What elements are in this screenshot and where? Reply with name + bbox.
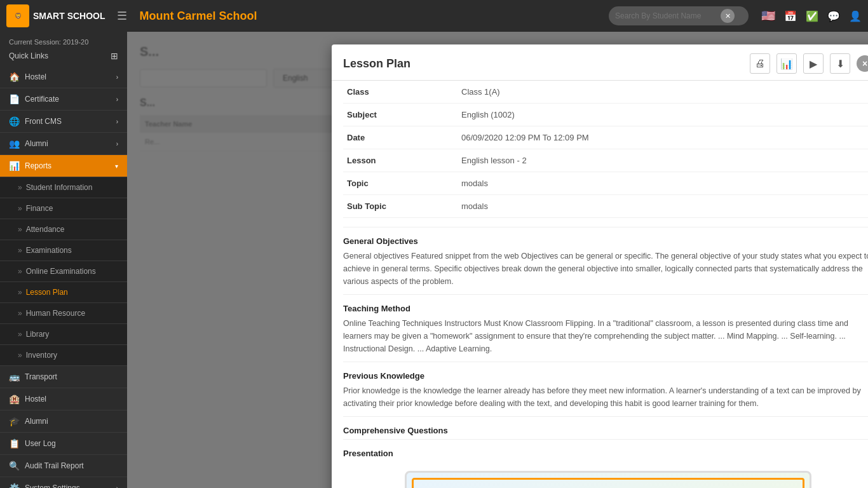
field-date: Date 06/09/2020 12:09 PM To 12:09 PM [343,126,868,149]
field-value-class: Class 1(A) [458,81,868,104]
sidebar-item-examinations[interactable]: Examinations [0,240,127,261]
field-topic: Topic modals [343,172,868,195]
modal-close-btn[interactable]: × [857,55,868,72]
section-title-previous: Previous Knowledge [343,371,868,381]
sidebar-sub-label: Inventory [26,351,57,360]
section-text-previous: Prior knowledge is the knowledge the lea… [343,384,868,410]
whatsapp-icon[interactable]: 💬 [827,10,840,22]
section-text-objectives: General objectives Featured snippet from… [343,250,868,288]
modal-title: Lesson Plan [343,57,410,71]
field-subject: Subject English (1002) [343,104,868,126]
sidebar-item-label: Hostel [25,395,46,403]
calendar-icon[interactable]: 📅 [784,10,797,22]
field-value-lesson: English lesson - 2 [458,149,868,172]
reports-icon: 📊 [9,161,20,171]
field-class: Class Class 1(A) [343,81,868,104]
sidebar-item-student-information[interactable]: Student Information [0,177,127,198]
field-value-topic: modals [458,172,868,195]
sidebar: Current Session: 2019-20 Quick Links ⊞ 🏠… [0,32,127,488]
sidebar-item-label: Audit Trail Report [25,461,84,470]
sidebar-sub-label: Finance [26,204,53,213]
hostel-icon: 🏠 [9,72,20,82]
download-btn[interactable]: ⬇ [830,53,850,74]
sidebar-item-label: System Settings [25,484,80,488]
sidebar-item-attendance[interactable]: Attendance [0,219,127,240]
divider-4 [343,416,868,417]
sidebar-item-hostel2[interactable]: 🏨 Hostel [0,388,127,410]
sidebar-item-label: Transport [25,372,57,381]
sidebar-item-label: Alumni [25,417,48,426]
sidebar-item-online-examinations[interactable]: Online Examinations [0,261,127,282]
search-submit-btn[interactable]: ✕ [721,9,735,23]
brand-logo: 🦁 [6,4,29,27]
sidebar-item-library[interactable]: Library [0,324,127,345]
sidebar-item-hostel[interactable]: 🏠 Hostel › [0,66,127,88]
sidebar-item-transport[interactable]: 🚌 Transport [0,366,127,388]
chevron-icon: › [116,96,118,103]
search-input[interactable] [615,11,717,20]
navbar: 🦁 SMART SCHOOL ☰ Mount Carmel School ✕ 🇺… [0,0,868,32]
section-text-teaching: Online Teaching Techniques Instructors M… [343,317,868,355]
chevron-down-icon: ▾ [115,163,118,170]
sidebar-item-label: User Log [25,439,56,448]
tasks-icon[interactable]: ✅ [806,10,818,22]
sidebar-item-label: Reports [25,161,51,170]
banner-frame [412,478,804,488]
navbar-icons: 🇺🇸 📅 ✅ 💬 👤 [761,9,862,23]
field-value-subtopic: modals [458,195,868,218]
print-btn[interactable]: 🖨 [750,53,770,74]
cms-icon: 🌐 [9,116,20,126]
sidebar-item-human-resource[interactable]: Human Resource [0,303,127,324]
field-label-subject: Subject [343,104,458,126]
sidebar-sub-label: Human Resource [26,309,85,318]
brand: 🦁 SMART SCHOOL [6,4,105,27]
sidebar-item-certificate[interactable]: 📄 Certificate › [0,88,127,111]
chevron-icon: › [116,140,118,147]
sidebar-item-alumni[interactable]: 👥 Alumni › [0,133,127,155]
sidebar-sub-label: Online Examinations [26,267,96,276]
brand-name: SMART SCHOOL [33,11,105,21]
sidebar-item-alumni2[interactable]: 🎓 Alumni [0,410,127,433]
hamburger-icon[interactable]: ☰ [117,9,127,23]
alumni2-icon: 🎓 [9,416,20,426]
field-label-class: Class [343,81,458,104]
quick-links-label: Quick Links [9,51,48,60]
school-title: Mount Carmel School [140,10,602,23]
sidebar-item-audit-trail[interactable]: 🔍 Audit Trail Report [0,455,127,477]
modal-body: Class Class 1(A) Subject English (1002) … [332,81,868,488]
field-label-lesson: Lesson [343,149,458,172]
session-label: Current Session: 2019-20 [0,32,127,48]
grid-icon[interactable]: ⊞ [111,51,118,61]
detail-table: Class Class 1(A) Subject English (1002) … [343,81,868,218]
field-label-date: Date [343,126,458,149]
field-value-subject: English (1002) [458,104,868,126]
sidebar-item-finance[interactable]: Finance [0,198,127,219]
sidebar-item-user-log[interactable]: 📋 User Log [0,433,127,455]
sidebar-item-front-cms[interactable]: 🌐 Front CMS › [0,111,127,133]
lesson-plan-modal: Lesson Plan 🖨 📊 ▶ ⬇ × Class Class 1(A) [332,44,868,488]
sidebar-sub-label: Lesson Plan [26,288,68,297]
sidebar-item-reports[interactable]: 📊 Reports ▾ [0,155,127,177]
user-avatar[interactable]: 👤 [849,10,862,22]
field-lesson: Lesson English lesson - 2 [343,149,868,172]
field-value-date: 06/09/2020 12:09 PM To 12:09 PM [458,126,868,149]
search-bar: ✕ [609,6,749,25]
sidebar-item-label: Hostel [25,72,46,81]
divider-5 [343,439,868,440]
flag-icon[interactable]: 🇺🇸 [761,9,775,23]
excel-btn[interactable]: 📊 [776,53,797,74]
sidebar-item-lesson-plan[interactable]: Lesson Plan [0,282,127,303]
field-subtopic: Sub Topic modals [343,195,868,218]
transport-icon: 🚌 [9,372,20,382]
youtube-btn[interactable]: ▶ [803,53,824,74]
back-to-school-banner: BACK TO SCHOOL [405,471,811,488]
hostel2-icon: 🏨 [9,394,20,404]
reports-submenu: Student Information Finance Attendance E… [0,177,127,366]
sidebar-item-system-settings[interactable]: ⚙️ System Settings › [0,477,127,488]
sidebar-item-label: Front CMS [25,117,62,126]
section-title-teaching: Teaching Method [343,304,868,313]
modal-actions: 🖨 📊 ▶ ⬇ × [750,53,868,74]
sidebar-item-label: Certificate [25,95,59,104]
section-title-objectives: General Objectives [343,236,868,246]
sidebar-item-inventory[interactable]: Inventory [0,345,127,366]
